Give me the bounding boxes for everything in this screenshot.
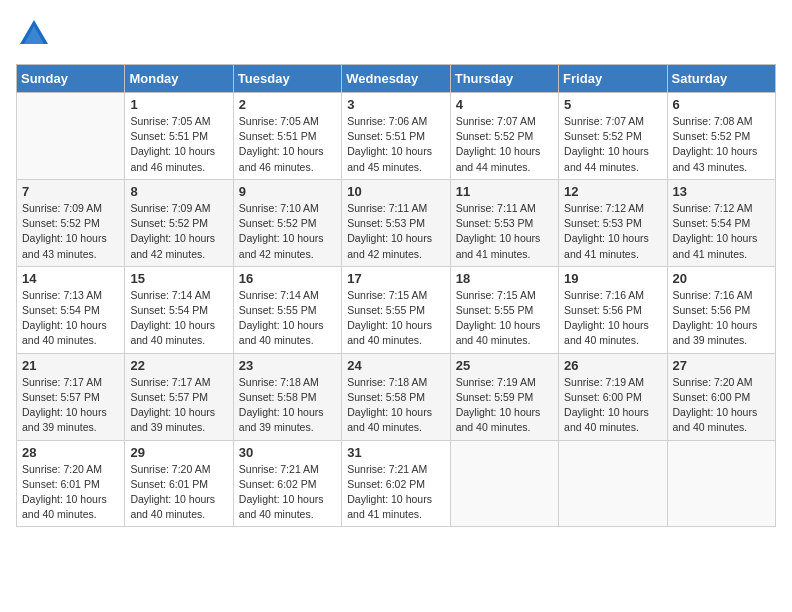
weekday-header-monday: Monday: [125, 65, 233, 93]
calendar-cell: [17, 93, 125, 180]
day-number: 31: [347, 445, 444, 460]
day-info: Sunrise: 7:15 AM Sunset: 5:55 PM Dayligh…: [456, 288, 553, 349]
calendar-cell: 27Sunrise: 7:20 AM Sunset: 6:00 PM Dayli…: [667, 353, 775, 440]
calendar-cell: 4Sunrise: 7:07 AM Sunset: 5:52 PM Daylig…: [450, 93, 558, 180]
day-number: 23: [239, 358, 336, 373]
calendar-cell: 29Sunrise: 7:20 AM Sunset: 6:01 PM Dayli…: [125, 440, 233, 527]
day-info: Sunrise: 7:19 AM Sunset: 5:59 PM Dayligh…: [456, 375, 553, 436]
calendar-cell: [559, 440, 667, 527]
day-info: Sunrise: 7:15 AM Sunset: 5:55 PM Dayligh…: [347, 288, 444, 349]
calendar-cell: 12Sunrise: 7:12 AM Sunset: 5:53 PM Dayli…: [559, 179, 667, 266]
day-number: 17: [347, 271, 444, 286]
day-number: 12: [564, 184, 661, 199]
day-info: Sunrise: 7:12 AM Sunset: 5:53 PM Dayligh…: [564, 201, 661, 262]
day-number: 5: [564, 97, 661, 112]
day-info: Sunrise: 7:07 AM Sunset: 5:52 PM Dayligh…: [564, 114, 661, 175]
calendar-week-4: 21Sunrise: 7:17 AM Sunset: 5:57 PM Dayli…: [17, 353, 776, 440]
calendar-cell: 14Sunrise: 7:13 AM Sunset: 5:54 PM Dayli…: [17, 266, 125, 353]
day-number: 10: [347, 184, 444, 199]
calendar-cell: 26Sunrise: 7:19 AM Sunset: 6:00 PM Dayli…: [559, 353, 667, 440]
calendar-cell: 13Sunrise: 7:12 AM Sunset: 5:54 PM Dayli…: [667, 179, 775, 266]
day-number: 14: [22, 271, 119, 286]
day-info: Sunrise: 7:21 AM Sunset: 6:02 PM Dayligh…: [347, 462, 444, 523]
day-info: Sunrise: 7:08 AM Sunset: 5:52 PM Dayligh…: [673, 114, 770, 175]
day-info: Sunrise: 7:11 AM Sunset: 5:53 PM Dayligh…: [347, 201, 444, 262]
day-info: Sunrise: 7:14 AM Sunset: 5:55 PM Dayligh…: [239, 288, 336, 349]
calendar-cell: 30Sunrise: 7:21 AM Sunset: 6:02 PM Dayli…: [233, 440, 341, 527]
day-number: 16: [239, 271, 336, 286]
day-info: Sunrise: 7:16 AM Sunset: 5:56 PM Dayligh…: [564, 288, 661, 349]
calendar-week-3: 14Sunrise: 7:13 AM Sunset: 5:54 PM Dayli…: [17, 266, 776, 353]
weekday-header-saturday: Saturday: [667, 65, 775, 93]
day-info: Sunrise: 7:20 AM Sunset: 6:00 PM Dayligh…: [673, 375, 770, 436]
logo: [16, 16, 56, 52]
calendar-cell: 3Sunrise: 7:06 AM Sunset: 5:51 PM Daylig…: [342, 93, 450, 180]
day-number: 29: [130, 445, 227, 460]
day-number: 24: [347, 358, 444, 373]
calendar-cell: 1Sunrise: 7:05 AM Sunset: 5:51 PM Daylig…: [125, 93, 233, 180]
day-number: 13: [673, 184, 770, 199]
day-number: 26: [564, 358, 661, 373]
day-info: Sunrise: 7:20 AM Sunset: 6:01 PM Dayligh…: [22, 462, 119, 523]
calendar-cell: 10Sunrise: 7:11 AM Sunset: 5:53 PM Dayli…: [342, 179, 450, 266]
day-number: 6: [673, 97, 770, 112]
day-number: 7: [22, 184, 119, 199]
calendar-cell: 6Sunrise: 7:08 AM Sunset: 5:52 PM Daylig…: [667, 93, 775, 180]
day-info: Sunrise: 7:11 AM Sunset: 5:53 PM Dayligh…: [456, 201, 553, 262]
day-info: Sunrise: 7:20 AM Sunset: 6:01 PM Dayligh…: [130, 462, 227, 523]
calendar-cell: 16Sunrise: 7:14 AM Sunset: 5:55 PM Dayli…: [233, 266, 341, 353]
calendar-cell: 11Sunrise: 7:11 AM Sunset: 5:53 PM Dayli…: [450, 179, 558, 266]
day-number: 15: [130, 271, 227, 286]
day-info: Sunrise: 7:17 AM Sunset: 5:57 PM Dayligh…: [22, 375, 119, 436]
day-number: 2: [239, 97, 336, 112]
day-number: 3: [347, 97, 444, 112]
calendar-week-1: 1Sunrise: 7:05 AM Sunset: 5:51 PM Daylig…: [17, 93, 776, 180]
weekday-header-wednesday: Wednesday: [342, 65, 450, 93]
calendar-cell: 19Sunrise: 7:16 AM Sunset: 5:56 PM Dayli…: [559, 266, 667, 353]
calendar-cell: 17Sunrise: 7:15 AM Sunset: 5:55 PM Dayli…: [342, 266, 450, 353]
day-number: 18: [456, 271, 553, 286]
page-header: [16, 16, 776, 52]
day-number: 1: [130, 97, 227, 112]
day-number: 8: [130, 184, 227, 199]
day-number: 20: [673, 271, 770, 286]
day-info: Sunrise: 7:05 AM Sunset: 5:51 PM Dayligh…: [239, 114, 336, 175]
logo-icon: [16, 16, 52, 52]
day-number: 19: [564, 271, 661, 286]
calendar-cell: 24Sunrise: 7:18 AM Sunset: 5:58 PM Dayli…: [342, 353, 450, 440]
day-info: Sunrise: 7:13 AM Sunset: 5:54 PM Dayligh…: [22, 288, 119, 349]
calendar-table: SundayMondayTuesdayWednesdayThursdayFrid…: [16, 64, 776, 527]
day-number: 11: [456, 184, 553, 199]
calendar-cell: 5Sunrise: 7:07 AM Sunset: 5:52 PM Daylig…: [559, 93, 667, 180]
day-info: Sunrise: 7:06 AM Sunset: 5:51 PM Dayligh…: [347, 114, 444, 175]
calendar-cell: 20Sunrise: 7:16 AM Sunset: 5:56 PM Dayli…: [667, 266, 775, 353]
day-info: Sunrise: 7:10 AM Sunset: 5:52 PM Dayligh…: [239, 201, 336, 262]
calendar-cell: [450, 440, 558, 527]
day-info: Sunrise: 7:21 AM Sunset: 6:02 PM Dayligh…: [239, 462, 336, 523]
calendar-cell: 9Sunrise: 7:10 AM Sunset: 5:52 PM Daylig…: [233, 179, 341, 266]
day-number: 25: [456, 358, 553, 373]
day-number: 27: [673, 358, 770, 373]
calendar-cell: 23Sunrise: 7:18 AM Sunset: 5:58 PM Dayli…: [233, 353, 341, 440]
calendar-cell: 22Sunrise: 7:17 AM Sunset: 5:57 PM Dayli…: [125, 353, 233, 440]
calendar-cell: [667, 440, 775, 527]
weekday-header-thursday: Thursday: [450, 65, 558, 93]
day-number: 28: [22, 445, 119, 460]
day-info: Sunrise: 7:16 AM Sunset: 5:56 PM Dayligh…: [673, 288, 770, 349]
day-info: Sunrise: 7:12 AM Sunset: 5:54 PM Dayligh…: [673, 201, 770, 262]
day-info: Sunrise: 7:17 AM Sunset: 5:57 PM Dayligh…: [130, 375, 227, 436]
calendar-cell: 31Sunrise: 7:21 AM Sunset: 6:02 PM Dayli…: [342, 440, 450, 527]
calendar-cell: 18Sunrise: 7:15 AM Sunset: 5:55 PM Dayli…: [450, 266, 558, 353]
weekday-header-sunday: Sunday: [17, 65, 125, 93]
calendar-cell: 8Sunrise: 7:09 AM Sunset: 5:52 PM Daylig…: [125, 179, 233, 266]
day-info: Sunrise: 7:09 AM Sunset: 5:52 PM Dayligh…: [130, 201, 227, 262]
calendar-cell: 28Sunrise: 7:20 AM Sunset: 6:01 PM Dayli…: [17, 440, 125, 527]
day-number: 22: [130, 358, 227, 373]
day-info: Sunrise: 7:18 AM Sunset: 5:58 PM Dayligh…: [347, 375, 444, 436]
day-number: 21: [22, 358, 119, 373]
day-info: Sunrise: 7:14 AM Sunset: 5:54 PM Dayligh…: [130, 288, 227, 349]
day-info: Sunrise: 7:18 AM Sunset: 5:58 PM Dayligh…: [239, 375, 336, 436]
day-info: Sunrise: 7:07 AM Sunset: 5:52 PM Dayligh…: [456, 114, 553, 175]
weekday-header-tuesday: Tuesday: [233, 65, 341, 93]
calendar-week-5: 28Sunrise: 7:20 AM Sunset: 6:01 PM Dayli…: [17, 440, 776, 527]
